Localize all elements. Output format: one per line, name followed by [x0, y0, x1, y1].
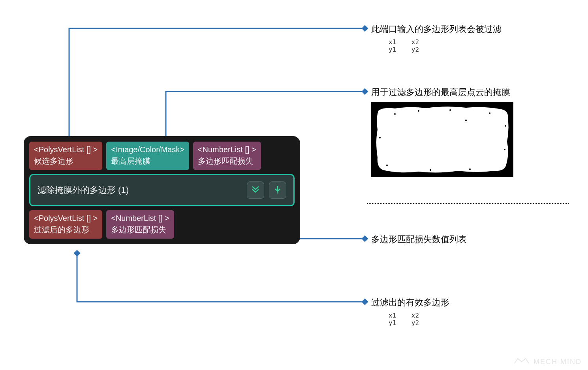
- diamond-marker-icon: [362, 235, 368, 242]
- mask-preview-image: [371, 102, 513, 177]
- port-label: 过滤后的多边形: [34, 224, 98, 235]
- step-node: <PolysVertList [] > 候选多边形 <Image/Color/M…: [24, 136, 300, 244]
- annotation-output-loss: 多边形匹配损失数值列表: [371, 234, 545, 245]
- input-port-top-mask[interactable]: <Image/Color/Mask> 最高层掩膜: [106, 142, 189, 170]
- input-ports-row: <PolysVertList [] > 候选多边形 <Image/Color/M…: [29, 142, 295, 170]
- annotation-coords: x1 x2 y1 y2: [371, 38, 545, 53]
- svg-point-6: [394, 113, 396, 115]
- svg-rect-3: [74, 250, 81, 257]
- double-chevron-down-icon: [251, 185, 260, 196]
- svg-point-15: [379, 137, 381, 138]
- port-type: <Image/Color/Mask>: [111, 144, 184, 155]
- port-label: 多边形匹配损失: [111, 224, 169, 235]
- svg-point-11: [504, 149, 505, 150]
- output-port-match-loss[interactable]: <NumberList [] > 多边形匹配损失: [106, 210, 174, 239]
- diamond-marker-icon: [362, 299, 368, 305]
- svg-point-9: [489, 112, 490, 114]
- watermark: MECH MIND: [514, 356, 582, 368]
- annotation-title: 过滤出的有效多边形: [371, 297, 545, 308]
- svg-point-4: [277, 192, 278, 193]
- port-label: 多边形匹配损失: [198, 155, 256, 167]
- node-title-bar[interactable]: 滤除掩膜外的多边形 (1): [29, 174, 295, 206]
- diamond-marker-icon: [362, 88, 368, 95]
- svg-point-7: [418, 110, 419, 112]
- port-type: <NumberList [] >: [198, 144, 256, 155]
- svg-point-16: [465, 120, 467, 121]
- svg-point-14: [469, 168, 471, 170]
- svg-point-12: [386, 164, 388, 166]
- section-divider: [367, 203, 569, 204]
- port-type: <PolysVertList [] >: [34, 213, 98, 224]
- svg-point-8: [449, 109, 451, 111]
- port-label: 最高层掩膜: [111, 155, 184, 167]
- node-buttons: [247, 181, 286, 199]
- port-type: <PolysVertList [] >: [34, 144, 98, 155]
- annotation-input-polys: 此端口输入的多边形列表会被过滤 x1 x2 y1 y2: [371, 24, 545, 53]
- run-step-button[interactable]: [269, 181, 286, 199]
- svg-point-10: [505, 125, 506, 127]
- output-ports-row: <PolysVertList [] > 过滤后的多边形 <NumberList …: [29, 210, 295, 239]
- expand-all-button[interactable]: [247, 181, 264, 199]
- mechmind-logo-icon: [514, 356, 530, 368]
- input-port-candidate-polys[interactable]: <PolysVertList [] > 候选多边形: [29, 142, 102, 170]
- watermark-text: MECH MIND: [534, 358, 582, 366]
- arrow-down-icon: [273, 185, 282, 196]
- input-port-match-loss[interactable]: <NumberList [] > 多边形匹配损失: [193, 142, 261, 170]
- annotation-coords: x1 x2 y1 y2: [371, 312, 545, 327]
- annotation-input-mask: 用于过滤多边形的最高层点云的掩膜: [371, 87, 545, 177]
- annotation-output-polys: 过滤出的有效多边形 x1 x2 y1 y2: [371, 297, 545, 327]
- node-title: 滤除掩膜外的多边形 (1): [38, 184, 129, 196]
- svg-point-13: [430, 169, 431, 171]
- output-port-filtered-polys[interactable]: <PolysVertList [] > 过滤后的多边形: [29, 210, 102, 239]
- diamond-marker-icon: [362, 25, 368, 32]
- port-type: <NumberList [] >: [111, 213, 169, 224]
- annotation-title: 多边形匹配损失数值列表: [371, 234, 545, 245]
- port-label: 候选多边形: [34, 155, 98, 167]
- annotation-title: 用于过滤多边形的最高层点云的掩膜: [371, 87, 545, 98]
- annotation-title: 此端口输入的多边形列表会被过滤: [371, 24, 545, 35]
